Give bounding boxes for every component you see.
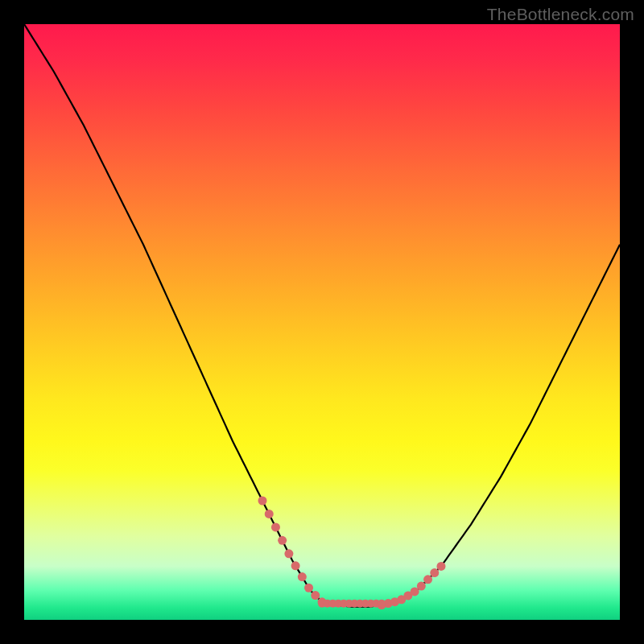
highlight-dot — [417, 582, 426, 591]
highlight-dot — [430, 568, 439, 577]
highlight-dot — [284, 549, 293, 558]
highlight-dot — [291, 561, 300, 570]
highlight-dot — [437, 562, 446, 571]
highlight-dot — [265, 510, 274, 518]
chart-svg — [24, 24, 620, 620]
flat-dot — [378, 600, 386, 608]
main-curve — [24, 24, 620, 607]
plot-area — [24, 24, 620, 620]
highlight-dot — [271, 522, 280, 531]
curve-layer — [24, 24, 620, 607]
highlight-dot — [423, 575, 432, 584]
highlight-dot — [311, 591, 320, 600]
highlight-dot — [278, 536, 287, 545]
highlight-dot — [298, 572, 307, 581]
highlight-dot — [258, 497, 267, 506]
highlight-dot — [304, 584, 313, 592]
watermark-text: TheBottleneck.com — [487, 5, 634, 24]
dots-layer — [258, 497, 446, 610]
